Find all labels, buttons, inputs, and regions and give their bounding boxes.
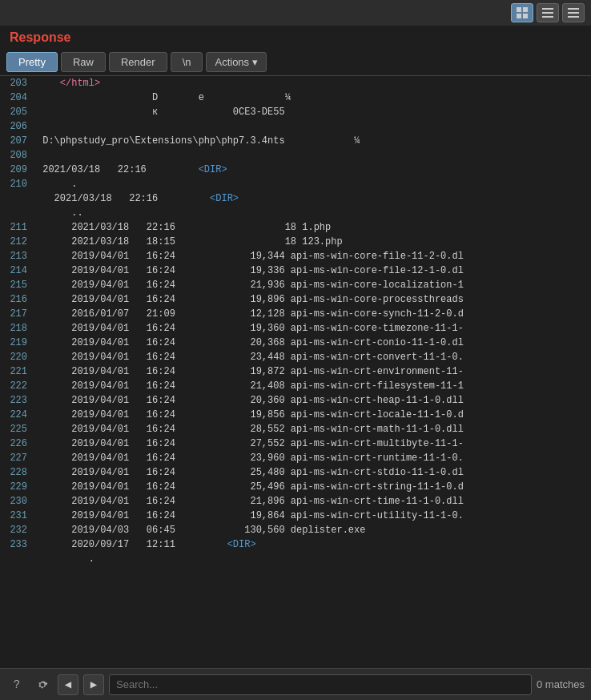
line-content: .	[34, 552, 591, 566]
code-line: 233 2020/09/17 12:11 <DIR>	[0, 537, 591, 552]
forward-button[interactable]: ▶	[83, 674, 104, 695]
code-line: 2021/03/18 22:16 <DIR>	[0, 191, 591, 206]
code-line: 215 2019/04/01 16:24 21,936 api-ms-win-c…	[0, 278, 591, 292]
svg-rect-3	[523, 14, 528, 18]
code-line: 220 2019/04/01 16:24 23,448 api-ms-win-c…	[0, 350, 591, 364]
line-number: 222	[0, 379, 34, 393]
line-number: 209	[0, 163, 34, 177]
code-line: 226 2019/04/01 16:24 27,552 api-ms-win-c…	[0, 436, 591, 451]
line-number: 231	[0, 509, 34, 523]
svg-rect-5	[542, 12, 553, 14]
line-content: .	[34, 177, 591, 191]
line-number	[0, 552, 34, 566]
svg-rect-2	[517, 14, 521, 18]
tab-pretty[interactable]: Pretty	[6, 52, 58, 72]
actions-label: Actions	[215, 56, 249, 68]
line-number	[0, 191, 34, 206]
line-number: 229	[0, 480, 34, 494]
line-number: 223	[0, 393, 34, 408]
svg-rect-4	[542, 8, 553, 10]
tab-raw[interactable]: Raw	[61, 52, 106, 72]
tab-render[interactable]: Render	[109, 52, 167, 72]
line-content: D:\phpstudy_pro\Extensions\php\php7.3.4n…	[34, 134, 591, 148]
line-number: 203	[0, 76, 34, 91]
code-line: 228 2019/04/01 16:24 25,480 api-ms-win-c…	[0, 465, 591, 480]
line-number: 208	[0, 148, 34, 163]
code-area[interactable]: 203 </html>204 D e ¼205 к 0CE3-DE5520620…	[0, 76, 591, 668]
line-number: 230	[0, 494, 34, 509]
tab-actions[interactable]: Actions ▾	[206, 52, 267, 72]
code-line: 204 D e ¼	[0, 91, 591, 105]
code-line: 208	[0, 148, 591, 163]
help-button[interactable]: ?	[6, 674, 27, 695]
code-line: 209 2021/03/18 22:16 <DIR>	[0, 163, 591, 177]
code-line: 224 2019/04/01 16:24 19,856 api-ms-win-c…	[0, 408, 591, 422]
line-content: 2019/04/01 16:24 21,936 api-ms-win-core-…	[34, 278, 591, 292]
line-content: 2019/04/01 16:24 27,552 api-ms-win-crt-m…	[34, 436, 591, 451]
line-content: 2019/04/01 16:24 23,960 api-ms-win-crt-r…	[34, 451, 591, 465]
line-content: 2019/04/01 16:24 25,496 api-ms-win-crt-s…	[34, 480, 591, 494]
code-line: ..	[0, 206, 591, 220]
line-content: ..	[34, 206, 591, 220]
code-line: 231 2019/04/01 16:24 19,864 api-ms-win-c…	[0, 509, 591, 523]
line-number: 226	[0, 436, 34, 451]
line-content: 2019/04/01 16:24 23,448 api-ms-win-crt-c…	[34, 350, 591, 364]
line-number: 232	[0, 523, 34, 537]
line-content	[34, 119, 591, 134]
grid-view-button[interactable]	[511, 3, 533, 22]
top-toolbar	[0, 0, 591, 26]
code-line: 216 2019/04/01 16:24 19,896 api-ms-win-c…	[0, 292, 591, 307]
svg-rect-7	[568, 8, 579, 10]
code-line: 211 2021/03/18 22:16 18 1.php	[0, 220, 591, 235]
line-number: 219	[0, 336, 34, 350]
line-number: 212	[0, 235, 34, 249]
back-button[interactable]: ◀	[58, 674, 78, 695]
line-content: 2019/04/01 16:24 19,856 api-ms-win-crt-l…	[34, 408, 591, 422]
line-number: 213	[0, 249, 34, 264]
tab-bar: Pretty Raw Render \n Actions ▾	[0, 49, 591, 76]
line-content: 2019/04/03 06:45 130,560 deplister.exe	[34, 523, 591, 537]
line-number: 225	[0, 422, 34, 436]
line-number	[0, 206, 34, 220]
code-line: 203 </html>	[0, 76, 591, 91]
list-view-button[interactable]	[537, 3, 559, 22]
line-number: 216	[0, 292, 34, 307]
line-number: 218	[0, 321, 34, 336]
code-line: 222 2019/04/01 16:24 21,408 api-ms-win-c…	[0, 379, 591, 393]
line-content: 2021/03/18 22:16 <DIR>	[34, 191, 591, 206]
code-line: 217 2016/01/07 21:09 12,128 api-ms-win-c…	[0, 307, 591, 321]
chevron-down-icon: ▾	[252, 56, 258, 68]
bottom-bar: ? ◀ ▶ 0 matches	[0, 668, 591, 700]
search-input[interactable]	[109, 674, 532, 695]
menu-button[interactable]	[562, 3, 585, 22]
line-number: 214	[0, 264, 34, 278]
code-line: 210 .	[0, 177, 591, 191]
line-content: D e ¼	[34, 91, 591, 105]
code-line: .	[0, 552, 591, 566]
line-content: 2019/04/01 16:24 19,896 api-ms-win-core-…	[34, 292, 591, 307]
line-number: 215	[0, 278, 34, 292]
code-line: 205 к 0CE3-DE55	[0, 105, 591, 119]
settings-button[interactable]	[32, 674, 53, 695]
line-number: 221	[0, 364, 34, 379]
line-content	[34, 148, 591, 163]
svg-rect-8	[568, 12, 579, 14]
line-content: к 0CE3-DE55	[34, 105, 591, 119]
code-line: 219 2019/04/01 16:24 20,368 api-ms-win-c…	[0, 336, 591, 350]
code-line: 227 2019/04/01 16:24 23,960 api-ms-win-c…	[0, 451, 591, 465]
line-number: 205	[0, 105, 34, 119]
line-content: 2019/04/01 16:24 19,344 api-ms-win-core-…	[34, 249, 591, 264]
svg-rect-6	[542, 16, 553, 18]
response-title: Response	[10, 30, 70, 44]
code-line: 206	[0, 119, 591, 134]
code-line: 214 2019/04/01 16:24 19,336 api-ms-win-c…	[0, 264, 591, 278]
line-content: 2019/04/01 16:24 19,336 api-ms-win-core-…	[34, 264, 591, 278]
line-content: 2019/04/01 16:24 21,408 api-ms-win-crt-f…	[34, 379, 591, 393]
line-content: 2019/04/01 16:24 19,360 api-ms-win-core-…	[34, 321, 591, 336]
tab-newline[interactable]: \n	[171, 52, 203, 72]
code-line: 207 D:\phpstudy_pro\Extensions\php\php7.…	[0, 134, 591, 148]
line-content: 2019/04/01 16:24 21,896 api-ms-win-crt-t…	[34, 494, 591, 509]
line-content: 2019/04/01 16:24 20,360 api-ms-win-crt-h…	[34, 393, 591, 408]
line-number: 207	[0, 134, 34, 148]
line-number: 220	[0, 350, 34, 364]
